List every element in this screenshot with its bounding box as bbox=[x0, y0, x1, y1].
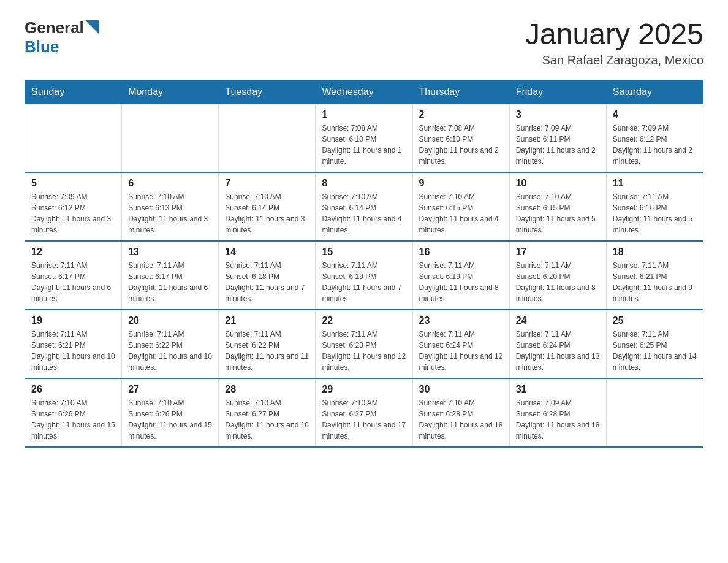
day-info: Sunrise: 7:11 AMSunset: 6:17 PMDaylight:… bbox=[31, 260, 115, 304]
calendar-day-11: 11Sunrise: 7:11 AMSunset: 6:16 PMDayligh… bbox=[606, 172, 703, 241]
day-number: 1 bbox=[322, 109, 406, 120]
calendar-header-row: SundayMondayTuesdayWednesdayThursdayFrid… bbox=[25, 80, 703, 104]
calendar-day-15: 15Sunrise: 7:11 AMSunset: 6:19 PMDayligh… bbox=[316, 241, 412, 310]
calendar-week-row: 26Sunrise: 7:10 AMSunset: 6:26 PMDayligh… bbox=[25, 378, 703, 447]
day-info: Sunrise: 7:11 AMSunset: 6:24 PMDaylight:… bbox=[516, 329, 600, 373]
day-number: 30 bbox=[419, 384, 503, 395]
day-info: Sunrise: 7:10 AMSunset: 6:26 PMDaylight:… bbox=[31, 397, 115, 442]
calendar-day-16: 16Sunrise: 7:11 AMSunset: 6:19 PMDayligh… bbox=[412, 241, 509, 310]
calendar-empty-cell bbox=[606, 378, 703, 447]
day-info: Sunrise: 7:11 AMSunset: 6:19 PMDaylight:… bbox=[322, 260, 406, 304]
calendar-header-friday: Friday bbox=[509, 80, 606, 104]
logo: General Blue bbox=[25, 18, 99, 56]
day-info: Sunrise: 7:11 AMSunset: 6:17 PMDaylight:… bbox=[128, 260, 212, 304]
day-number: 29 bbox=[322, 384, 406, 395]
calendar-day-1: 1Sunrise: 7:08 AMSunset: 6:10 PMDaylight… bbox=[316, 104, 412, 172]
day-info: Sunrise: 7:09 AMSunset: 6:12 PMDaylight:… bbox=[613, 123, 697, 167]
day-info: Sunrise: 7:08 AMSunset: 6:10 PMDaylight:… bbox=[419, 123, 503, 167]
day-info: Sunrise: 7:10 AMSunset: 6:26 PMDaylight:… bbox=[128, 397, 212, 442]
calendar-header-wednesday: Wednesday bbox=[316, 80, 412, 104]
day-number: 5 bbox=[31, 178, 115, 189]
day-number: 8 bbox=[322, 178, 406, 189]
day-number: 23 bbox=[419, 315, 503, 326]
day-number: 14 bbox=[225, 247, 309, 258]
day-info: Sunrise: 7:09 AMSunset: 6:11 PMDaylight:… bbox=[516, 123, 600, 167]
calendar-week-row: 19Sunrise: 7:11 AMSunset: 6:21 PMDayligh… bbox=[25, 310, 703, 378]
calendar-week-row: 5Sunrise: 7:09 AMSunset: 6:12 PMDaylight… bbox=[25, 172, 703, 241]
day-info: Sunrise: 7:10 AMSunset: 6:28 PMDaylight:… bbox=[419, 397, 503, 442]
calendar-title: January 2025 bbox=[525, 18, 703, 51]
calendar-day-7: 7Sunrise: 7:10 AMSunset: 6:14 PMDaylight… bbox=[219, 172, 316, 241]
day-number: 2 bbox=[419, 109, 503, 120]
calendar-header-monday: Monday bbox=[122, 80, 219, 104]
calendar-week-row: 1Sunrise: 7:08 AMSunset: 6:10 PMDaylight… bbox=[25, 104, 703, 172]
day-number: 31 bbox=[516, 384, 600, 395]
day-info: Sunrise: 7:11 AMSunset: 6:19 PMDaylight:… bbox=[419, 260, 503, 304]
calendar-day-5: 5Sunrise: 7:09 AMSunset: 6:12 PMDaylight… bbox=[25, 172, 122, 241]
calendar-empty-cell bbox=[219, 104, 316, 172]
calendar-day-17: 17Sunrise: 7:11 AMSunset: 6:20 PMDayligh… bbox=[509, 241, 606, 310]
calendar-week-row: 12Sunrise: 7:11 AMSunset: 6:17 PMDayligh… bbox=[25, 241, 703, 310]
calendar-empty-cell bbox=[25, 104, 122, 172]
day-number: 24 bbox=[516, 315, 600, 326]
calendar-day-21: 21Sunrise: 7:11 AMSunset: 6:22 PMDayligh… bbox=[219, 310, 316, 378]
page-header: General Blue January 2025 San Rafael Zar… bbox=[25, 18, 703, 67]
day-number: 18 bbox=[613, 247, 697, 258]
calendar-day-31: 31Sunrise: 7:09 AMSunset: 6:28 PMDayligh… bbox=[509, 378, 606, 447]
day-info: Sunrise: 7:10 AMSunset: 6:14 PMDaylight:… bbox=[322, 191, 406, 236]
day-info: Sunrise: 7:11 AMSunset: 6:16 PMDaylight:… bbox=[613, 191, 697, 236]
day-number: 3 bbox=[516, 109, 600, 120]
day-number: 16 bbox=[419, 247, 503, 258]
day-info: Sunrise: 7:11 AMSunset: 6:22 PMDaylight:… bbox=[128, 329, 212, 373]
calendar-day-6: 6Sunrise: 7:10 AMSunset: 6:13 PMDaylight… bbox=[122, 172, 219, 241]
calendar-day-10: 10Sunrise: 7:10 AMSunset: 6:15 PMDayligh… bbox=[509, 172, 606, 241]
logo-triangle-icon bbox=[85, 20, 99, 34]
day-number: 4 bbox=[613, 109, 697, 120]
day-info: Sunrise: 7:11 AMSunset: 6:21 PMDaylight:… bbox=[613, 260, 697, 304]
day-number: 21 bbox=[225, 315, 309, 326]
day-number: 26 bbox=[31, 384, 115, 395]
logo-text-general: General bbox=[25, 18, 84, 37]
day-number: 19 bbox=[31, 315, 115, 326]
calendar-day-27: 27Sunrise: 7:10 AMSunset: 6:26 PMDayligh… bbox=[122, 378, 219, 447]
calendar-day-23: 23Sunrise: 7:11 AMSunset: 6:24 PMDayligh… bbox=[412, 310, 509, 378]
day-info: Sunrise: 7:11 AMSunset: 6:21 PMDaylight:… bbox=[31, 329, 115, 373]
calendar-day-4: 4Sunrise: 7:09 AMSunset: 6:12 PMDaylight… bbox=[606, 104, 703, 172]
day-number: 15 bbox=[322, 247, 406, 258]
calendar-day-19: 19Sunrise: 7:11 AMSunset: 6:21 PMDayligh… bbox=[25, 310, 122, 378]
svg-marker-0 bbox=[85, 20, 99, 34]
calendar-day-28: 28Sunrise: 7:10 AMSunset: 6:27 PMDayligh… bbox=[219, 378, 316, 447]
day-info: Sunrise: 7:11 AMSunset: 6:18 PMDaylight:… bbox=[225, 260, 309, 304]
day-info: Sunrise: 7:11 AMSunset: 6:24 PMDaylight:… bbox=[419, 329, 503, 373]
day-number: 9 bbox=[419, 178, 503, 189]
calendar-day-26: 26Sunrise: 7:10 AMSunset: 6:26 PMDayligh… bbox=[25, 378, 122, 447]
calendar-day-13: 13Sunrise: 7:11 AMSunset: 6:17 PMDayligh… bbox=[122, 241, 219, 310]
calendar-day-29: 29Sunrise: 7:10 AMSunset: 6:27 PMDayligh… bbox=[316, 378, 412, 447]
calendar-day-2: 2Sunrise: 7:08 AMSunset: 6:10 PMDaylight… bbox=[412, 104, 509, 172]
day-info: Sunrise: 7:09 AMSunset: 6:28 PMDaylight:… bbox=[516, 397, 600, 442]
calendar-day-20: 20Sunrise: 7:11 AMSunset: 6:22 PMDayligh… bbox=[122, 310, 219, 378]
calendar-day-18: 18Sunrise: 7:11 AMSunset: 6:21 PMDayligh… bbox=[606, 241, 703, 310]
day-info: Sunrise: 7:10 AMSunset: 6:13 PMDaylight:… bbox=[128, 191, 212, 236]
day-info: Sunrise: 7:10 AMSunset: 6:27 PMDaylight:… bbox=[225, 397, 309, 442]
calendar-header-tuesday: Tuesday bbox=[219, 80, 316, 104]
logo-text-blue: Blue bbox=[25, 37, 59, 56]
day-info: Sunrise: 7:10 AMSunset: 6:15 PMDaylight:… bbox=[516, 191, 600, 236]
day-number: 28 bbox=[225, 384, 309, 395]
calendar-day-25: 25Sunrise: 7:11 AMSunset: 6:25 PMDayligh… bbox=[606, 310, 703, 378]
calendar-day-12: 12Sunrise: 7:11 AMSunset: 6:17 PMDayligh… bbox=[25, 241, 122, 310]
calendar-day-8: 8Sunrise: 7:10 AMSunset: 6:14 PMDaylight… bbox=[316, 172, 412, 241]
day-number: 22 bbox=[322, 315, 406, 326]
calendar-subtitle: San Rafael Zaragoza, Mexico bbox=[525, 53, 703, 67]
day-info: Sunrise: 7:10 AMSunset: 6:27 PMDaylight:… bbox=[322, 397, 406, 442]
day-number: 27 bbox=[128, 384, 212, 395]
day-number: 12 bbox=[31, 247, 115, 258]
calendar-day-22: 22Sunrise: 7:11 AMSunset: 6:23 PMDayligh… bbox=[316, 310, 412, 378]
calendar-header-thursday: Thursday bbox=[412, 80, 509, 104]
day-number: 11 bbox=[613, 178, 697, 189]
day-info: Sunrise: 7:08 AMSunset: 6:10 PMDaylight:… bbox=[322, 123, 406, 167]
day-info: Sunrise: 7:10 AMSunset: 6:14 PMDaylight:… bbox=[225, 191, 309, 236]
calendar-day-3: 3Sunrise: 7:09 AMSunset: 6:11 PMDaylight… bbox=[509, 104, 606, 172]
calendar-day-9: 9Sunrise: 7:10 AMSunset: 6:15 PMDaylight… bbox=[412, 172, 509, 241]
calendar-day-30: 30Sunrise: 7:10 AMSunset: 6:28 PMDayligh… bbox=[412, 378, 509, 447]
